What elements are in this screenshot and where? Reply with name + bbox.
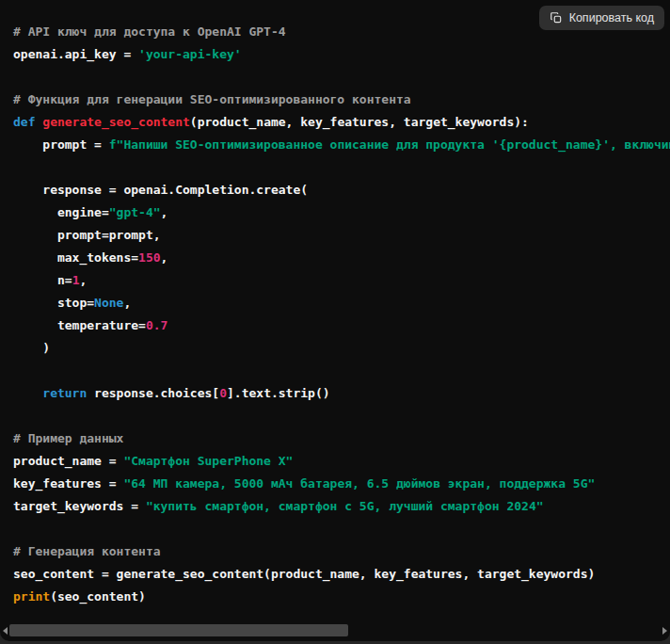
code-line: openai.api_key = 'your-api-key' xyxy=(13,43,670,66)
code-line xyxy=(13,156,670,179)
code-line: target_keywords = "купить смартфон, смар… xyxy=(13,495,670,518)
code-line: engine="gpt-4", xyxy=(13,201,670,224)
code-area: # API ключ для доступа к OpenAI GPT-4ope… xyxy=(0,0,670,620)
code-line: max_tokens=150, xyxy=(13,247,670,269)
code-line: # Генерация контента xyxy=(13,540,670,563)
code-block: Копировать код # API ключ для доступа к … xyxy=(0,0,670,641)
code-line: return response.choices[0].text.strip() xyxy=(13,382,670,405)
horizontal-scroll-thumb[interactable] xyxy=(9,624,348,636)
code-line: print(seo_content) xyxy=(13,586,670,608)
code-line xyxy=(13,360,670,382)
code-line: seo_content = generate_seo_content(produ… xyxy=(13,563,670,586)
scroll-left-arrow-icon[interactable] xyxy=(3,627,8,635)
code-line: prompt=prompt, xyxy=(13,224,670,247)
horizontal-scrollbar[interactable] xyxy=(0,624,670,637)
code-line xyxy=(13,66,670,89)
code-line: # Функция для генерации SEO-оптимизирова… xyxy=(13,89,670,111)
code-line: key_features = "64 МП камера, 5000 мАч б… xyxy=(13,473,670,495)
code-line: product_name = "Смартфон SuperPhone X" xyxy=(13,450,670,473)
copy-icon xyxy=(550,11,563,24)
code-line: prompt = f"Напиши SEO-оптимизированное о… xyxy=(13,134,670,156)
code-line: response = openai.Completion.create( xyxy=(13,179,670,201)
copy-code-button[interactable]: Копировать код xyxy=(539,6,664,30)
copy-button-label: Копировать код xyxy=(569,11,654,24)
code-line: stop=None, xyxy=(13,292,670,314)
code-line: def generate_seo_content(product_name, k… xyxy=(13,111,670,134)
code-line xyxy=(13,518,670,540)
code-line xyxy=(13,405,670,427)
scroll-right-arrow-icon[interactable] xyxy=(662,627,667,635)
code-line: ) xyxy=(13,337,670,360)
code-line: n=1, xyxy=(13,269,670,292)
code-line: # Пример данных xyxy=(13,427,670,450)
code-line: temperature=0.7 xyxy=(13,314,670,337)
code-content: # API ключ для доступа к OpenAI GPT-4ope… xyxy=(13,21,670,608)
